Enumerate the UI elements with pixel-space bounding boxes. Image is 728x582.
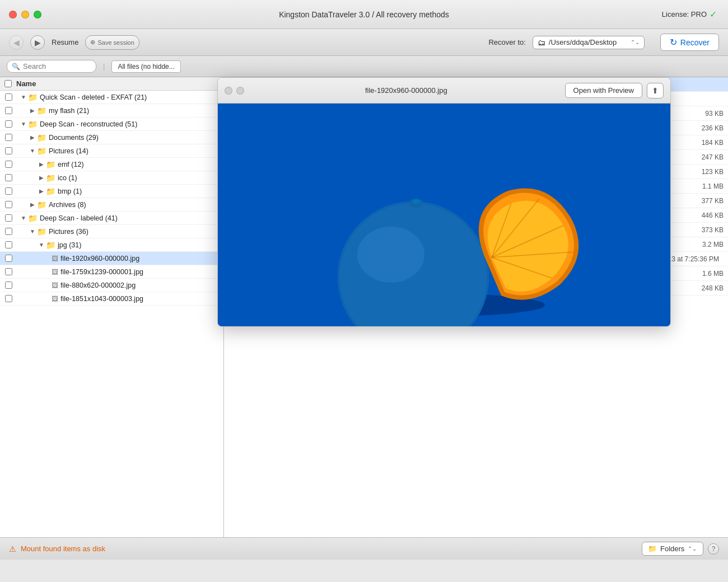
file-size: 93 KB [684, 110, 724, 118]
row-checkbox[interactable] [5, 174, 12, 181]
list-item[interactable]: ▼ 📁 Deep Scan - reconstructed (51) [0, 118, 223, 131]
mount-disk-button[interactable]: ⚠ Mount found items as disk [9, 545, 105, 553]
resume-label: Resume [52, 38, 78, 46]
row-checkbox[interactable] [5, 228, 12, 235]
list-item[interactable]: ▼ 📁 Deep Scan - labeled (41) [0, 212, 223, 225]
item-name: Quick Scan - deleted - EXFAT (21) [40, 93, 147, 101]
item-name: my flash (21) [49, 107, 89, 115]
list-item[interactable]: ▼ 📁 jpg (31) [0, 238, 223, 252]
close-button[interactable] [9, 11, 17, 18]
expand-icon[interactable]: ▼ [28, 227, 37, 236]
folders-chevron-icon: ⌃⌄ [688, 546, 697, 552]
bottom-bar: ⚠ Mount found items as disk 📁 Folders ⌃⌄… [0, 537, 728, 560]
row-checkbox[interactable] [5, 187, 12, 195]
expand-icon[interactable]: ▼ [19, 214, 28, 223]
recover-label: Recover [680, 38, 710, 47]
search-icon: 🔍 [12, 63, 20, 71]
list-item[interactable]: ▼ 📁 Pictures (36) [0, 225, 223, 238]
row-checkbox[interactable] [5, 241, 12, 248]
save-session-label: Save session [97, 39, 134, 46]
list-item[interactable]: ▶ 📁 Documents (29) [0, 131, 223, 144]
list-item[interactable]: ▼ 📁 Quick Scan - deleted - EXFAT (21) [0, 91, 223, 104]
file-size: 373 KB [684, 226, 724, 234]
expand-icon[interactable]: ▼ [28, 147, 37, 156]
forward-button[interactable]: ▶ [30, 35, 45, 50]
toolbar: ◀ ▶ Resume ⊕ Save session Recover to: 🗂 … [0, 29, 728, 56]
tree-header: Name [0, 77, 223, 91]
select-all-checkbox[interactable] [4, 80, 12, 87]
expand-icon[interactable]: ▶ [37, 173, 46, 182]
item-name: Documents (29) [49, 134, 99, 142]
expand-icon[interactable]: ▶ [28, 106, 37, 115]
folders-selector[interactable]: 📁 Folders ⌃⌄ [642, 542, 703, 556]
item-name: file-1851x1043-000003.jpg [60, 295, 143, 303]
mount-label: Mount found items as disk [21, 545, 105, 553]
list-item[interactable]: ▶ 📁 my flash (21) [0, 104, 223, 118]
expand-icon[interactable]: ▶ [37, 187, 46, 196]
item-name: bmp (1) [58, 187, 82, 195]
row-checkbox[interactable] [5, 120, 12, 128]
row-checkbox[interactable] [5, 255, 12, 262]
help-button[interactable]: ? [708, 543, 719, 555]
list-item[interactable]: ▼ 📁 Pictures (14) [0, 144, 223, 158]
list-item[interactable]: 🖼 file-1759x1239-000001.jpg [0, 265, 223, 279]
preview-close-button[interactable] [225, 87, 232, 95]
folder-icon: 📁 [28, 120, 38, 129]
row-checkbox[interactable] [5, 107, 12, 114]
path-chevron-icon: ⌃⌄ [631, 39, 640, 45]
svg-point-12 [413, 199, 419, 204]
row-checkbox[interactable] [5, 147, 12, 154]
list-item[interactable]: 🖼 file-880x620-000002.jpg [0, 279, 223, 292]
list-item[interactable]: ▶ 📁 emf (12) [0, 158, 223, 171]
folder-icon: 📁 [37, 147, 46, 156]
folder-icon: 📁 [46, 173, 55, 182]
folder-icon: 📁 [46, 160, 55, 169]
list-item[interactable]: ▶ 📁 bmp (1) [0, 185, 223, 198]
expand-icon[interactable]: ▼ [19, 120, 28, 129]
folder-selector-icon: 📁 [648, 545, 657, 553]
filter-badge[interactable]: All files (no hidde... [111, 60, 180, 73]
list-item[interactable]: 🖼 file-1851x1043-000003.jpg [0, 292, 223, 306]
list-item[interactable]: ▶ 📁 Archives (8) [0, 198, 223, 212]
file-tree: Name ▼ 📁 Quick Scan - deleted - EXFAT (2… [0, 77, 224, 560]
expand-icon[interactable]: ▶ [37, 160, 46, 169]
search-input-wrap[interactable]: 🔍 [7, 60, 96, 73]
empty-toggle [46, 254, 52, 263]
preview-image [218, 104, 670, 326]
preview-overlay: file-1920x960-000000.jpg Open with Previ… [217, 77, 671, 327]
window-title: Kingston DataTraveler 3.0 / All recovery… [279, 10, 449, 19]
row-checkbox[interactable] [5, 295, 12, 302]
expand-icon[interactable]: ▶ [28, 133, 37, 142]
row-checkbox[interactable] [5, 268, 12, 275]
path-text: /Users/ddqa/Desktop [549, 38, 627, 46]
file-size: 446 KB [684, 212, 724, 219]
expand-icon[interactable]: ▼ [19, 93, 28, 102]
path-selector[interactable]: 🗂 /Users/ddqa/Desktop ⌃⌄ [533, 36, 645, 49]
save-session-button[interactable]: ⊕ Save session [85, 35, 139, 50]
license-badge: License: PRO ✓ [662, 9, 717, 20]
back-button[interactable]: ◀ [9, 35, 24, 50]
preview-close-buttons [225, 87, 244, 95]
minimize-button[interactable] [21, 11, 29, 18]
row-checkbox[interactable] [5, 161, 12, 168]
open-with-preview-button[interactable]: Open with Preview [565, 83, 642, 98]
row-checkbox[interactable] [5, 281, 12, 289]
row-checkbox[interactable] [5, 134, 12, 141]
item-name: ico (1) [58, 174, 77, 182]
row-checkbox[interactable] [5, 214, 12, 222]
recover-button[interactable]: ↻ Recover [660, 34, 719, 51]
list-item[interactable]: ▶ 📁 ico (1) [0, 171, 223, 185]
row-checkbox[interactable] [5, 93, 12, 101]
search-input[interactable] [23, 62, 91, 71]
row-checkbox[interactable] [5, 201, 12, 208]
empty-toggle [46, 267, 52, 276]
list-item[interactable]: 🖼 file-1920x960-000000.jpg [0, 252, 223, 265]
expand-icon[interactable]: ▼ [37, 241, 46, 250]
folder-icon: 🗂 [538, 38, 545, 47]
file-size: 236 KB [684, 124, 724, 132]
folders-label: Folders [660, 545, 684, 553]
preview-minimize-button[interactable] [236, 87, 244, 95]
preview-share-button[interactable]: ⬆ [647, 83, 664, 98]
maximize-button[interactable] [34, 11, 41, 18]
expand-icon[interactable]: ▶ [28, 200, 37, 209]
